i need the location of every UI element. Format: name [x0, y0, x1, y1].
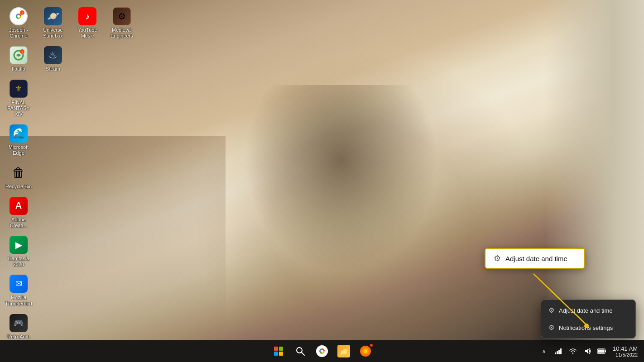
callout-container: ⚙ Adjust date and time	[485, 248, 585, 269]
floatlo-icon-label: floatlo	[12, 66, 25, 72]
svg-line-14	[302, 352, 304, 355]
edge-icon-label: Microsoft Edge	[4, 144, 33, 156]
context-menu-item-notifications[interactable]: ⚙ Notifications settings	[541, 319, 635, 336]
desktop-icon-floatlo[interactable]: ! floatlo	[2, 43, 35, 75]
thunderbird-icon-label: Mozilla Thunderbird	[4, 295, 33, 306]
adjust-date-gear-icon: ⚙	[548, 306, 554, 314]
medieval-icon-label: Medieval Engineers	[107, 27, 136, 39]
taskbar: 📁 ∧	[0, 340, 644, 362]
notifications-gear-icon: ⚙	[548, 324, 554, 332]
universe-icon-label: Universe Sandbox	[38, 27, 67, 39]
svg-rect-23	[560, 348, 562, 354]
adjust-date-label: Adjust date and time	[559, 307, 613, 314]
desktop-icons: ! Joseph - Chrome 🪐 Universe Sandbox ♪ Y…	[2, 5, 138, 343]
svg-text:!: !	[22, 12, 23, 15]
retroarch-icon-label: RetroArch	[7, 334, 30, 340]
svg-rect-9	[274, 347, 278, 351]
svg-point-13	[297, 348, 302, 353]
youtube-icon-label: YouTube Music	[73, 27, 102, 39]
svg-rect-10	[279, 347, 283, 351]
clock-date: 11/5/2022	[613, 352, 638, 357]
steam-icon-label: Steam	[46, 66, 60, 72]
start-button[interactable]	[269, 341, 288, 361]
svg-text:!: !	[22, 51, 23, 54]
taskbar-chrome[interactable]	[312, 341, 332, 361]
ff-icon-label: FINAL FANTASY XIV	[4, 100, 33, 118]
desktop-icon-thunderbird[interactable]: ✉ Mozilla Thunderbird	[2, 272, 35, 309]
taskbar-firefox[interactable]	[356, 341, 375, 361]
clock-display[interactable]: 10:41 AM 11/5/2022	[610, 344, 640, 358]
network-icon[interactable]	[552, 345, 565, 357]
desktop-icon-retroarch[interactable]: 🎮 RetroArch	[2, 311, 35, 343]
firefox-notification-badge	[370, 343, 373, 347]
desktop-icon-youtube[interactable]: ♪ YouTube Music	[71, 5, 104, 42]
svg-rect-25	[598, 350, 605, 353]
svg-point-1	[17, 15, 20, 18]
taskbar-center: 📁	[269, 341, 375, 361]
clock-time: 10:41 AM	[613, 345, 638, 352]
desktop-icon-edge[interactable]: 🌊 Microsoft Edge	[2, 122, 35, 159]
callout-label: Adjust date and time	[505, 255, 567, 262]
desktop-icon-recycle[interactable]: 🗑 Recycle Bin	[2, 161, 35, 192]
svg-rect-26	[605, 350, 606, 352]
svg-rect-11	[274, 352, 278, 356]
svg-rect-21	[557, 351, 558, 354]
desktop-icon-universe[interactable]: 🪐 Universe Sandbox	[37, 5, 69, 42]
svg-point-19	[364, 349, 367, 353]
svg-rect-20	[555, 352, 556, 354]
svg-point-16	[321, 350, 323, 352]
desktop-icon-steam[interactable]: ♨ Steam	[37, 43, 69, 75]
context-menu-item-adjust-date[interactable]: ⚙ Adjust date and time	[541, 302, 635, 319]
context-menu: ⚙ Adjust date and time ⚙ Notifications s…	[541, 300, 636, 338]
desktop-icon-ff[interactable]: ⚜ FINAL FANTASY XIV	[2, 77, 35, 120]
notifications-label: Notifications settings	[559, 324, 613, 331]
svg-rect-12	[279, 352, 283, 356]
adobe-icon-label: Adobe Creati...	[4, 217, 33, 229]
taskbar-files[interactable]: 📁	[334, 341, 354, 361]
recycle-icon-label: Recycle Bin	[5, 184, 32, 190]
desktop-icon-medieval[interactable]: ⚙ Medieval Engineers	[106, 5, 138, 42]
battery-icon[interactable]	[596, 345, 608, 357]
desktop-icon-camtasia[interactable]: ▶ Camtasia 2020	[2, 233, 35, 270]
callout-box: ⚙ Adjust date and time	[485, 248, 585, 269]
camtasia-icon-label: Camtasia 2020	[4, 256, 33, 267]
search-button[interactable]	[290, 341, 310, 361]
svg-rect-22	[558, 350, 560, 354]
callout-gear-icon: ⚙	[494, 253, 501, 263]
system-tray-chevron[interactable]: ∧	[538, 345, 550, 357]
desktop-icon-chrome[interactable]: ! Joseph - Chrome	[2, 5, 35, 42]
desktop-icon-adobe[interactable]: A Adobe Creati...	[2, 194, 35, 231]
chrome-icon-label: Joseph - Chrome	[4, 27, 33, 39]
wifi-icon[interactable]	[567, 345, 579, 357]
system-tray: ∧	[538, 344, 640, 358]
volume-icon[interactable]	[581, 345, 594, 357]
